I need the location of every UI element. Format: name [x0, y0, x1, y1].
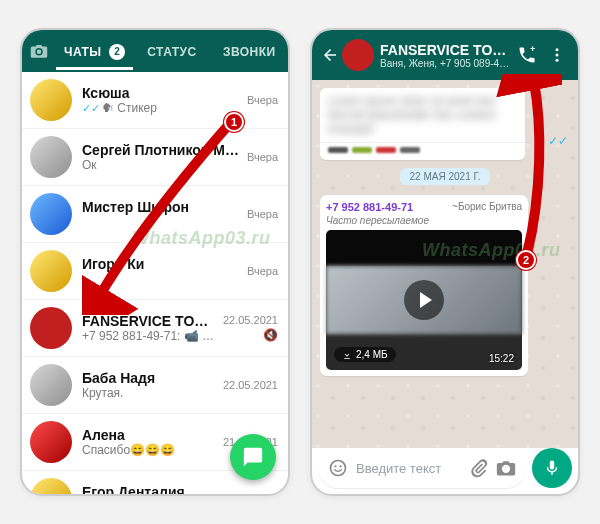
sender-number: +7 952 881-49-71 — [326, 201, 413, 213]
input-placeholder: Введите текст — [356, 461, 460, 476]
svg-point-4 — [331, 461, 346, 476]
unread-badge: 2 — [109, 44, 125, 60]
avatar — [30, 421, 72, 463]
callout-badge-2: 2 — [516, 250, 536, 270]
chat-row[interactable]: Баба Надя Крутая. 22.05.2021 — [22, 356, 288, 413]
emoji-icon[interactable] — [328, 458, 348, 478]
chat-name: Баба Надя — [82, 370, 217, 386]
phone-conversation: FANSERVICE TOMSK Ваня, Женя, +7 905 089-… — [310, 28, 580, 496]
tab-chats-label: ЧАТЫ — [64, 45, 102, 59]
chat-time: 22.05.2021 — [223, 379, 278, 391]
avatar — [30, 136, 72, 178]
callout-badge-1: 1 — [224, 112, 244, 132]
camera-attach-icon[interactable] — [496, 459, 516, 477]
chat-name: Егор Денталия — [82, 484, 272, 496]
callout-arrow-2 — [492, 74, 562, 264]
svg-text:+: + — [530, 45, 535, 54]
conversation-header: FANSERVICE TOMSK Ваня, Женя, +7 905 089-… — [312, 30, 578, 80]
message-input[interactable]: Введите текст — [318, 448, 526, 488]
mic-button[interactable] — [532, 448, 572, 488]
chat-snippet: ✓✓🗣 Стикер — [82, 101, 241, 115]
chat-snippet: Крутая. — [82, 386, 217, 400]
phone-chat-list: ЧАТЫ 2 СТАТУС ЗВОНКИ Ксюша ✓✓🗣 Стикер Вч… — [20, 28, 290, 496]
group-avatar[interactable] — [342, 39, 374, 71]
svg-point-5 — [334, 465, 336, 467]
chat-name: Алена — [82, 427, 217, 443]
camera-icon[interactable] — [22, 43, 56, 59]
svg-point-6 — [339, 465, 341, 467]
chat-name: FANSERVICE TOMSK — [82, 313, 217, 329]
muted-icon: 🔇 — [223, 328, 278, 342]
group-title: FANSERVICE TOMSK — [380, 42, 512, 58]
download-size[interactable]: 2,4 МБ — [334, 347, 396, 362]
header-title-block[interactable]: FANSERVICE TOMSK Ваня, Женя, +7 905 089-… — [380, 42, 512, 69]
chat-name: Ксюша — [82, 85, 241, 101]
chat-time: 22.05.2021 — [223, 314, 278, 326]
avatar — [30, 478, 72, 496]
attach-icon[interactable] — [468, 458, 488, 478]
group-call-icon[interactable]: + — [512, 45, 542, 65]
svg-point-2 — [556, 54, 559, 57]
avatar — [30, 193, 72, 235]
back-icon[interactable] — [318, 46, 342, 64]
tab-calls[interactable]: ЗВОНКИ — [211, 33, 288, 69]
new-chat-fab[interactable] — [230, 434, 276, 480]
svg-point-3 — [556, 59, 559, 62]
play-icon[interactable] — [404, 280, 444, 320]
menu-icon[interactable] — [542, 46, 572, 64]
avatar — [30, 79, 72, 121]
top-bar: ЧАТЫ 2 СТАТУС ЗВОНКИ — [22, 30, 288, 72]
chat-snippet: +7 952 881-49-71: 📹 Видео — [82, 329, 217, 343]
tab-chats[interactable]: ЧАТЫ 2 — [56, 32, 133, 70]
chat-body: ✓✓ Lorem ipsum dolor sit amet text blurr… — [312, 80, 578, 448]
tab-status[interactable]: СТАТУС — [133, 33, 210, 69]
input-bar: Введите текст — [318, 448, 572, 488]
group-subtitle: Ваня, Женя, +7 905 089-46-64, +... — [380, 58, 512, 69]
avatar — [30, 307, 72, 349]
avatar — [30, 250, 72, 292]
callout-arrow-1 — [82, 115, 252, 315]
avatar — [30, 364, 72, 406]
date-chip: 22 МАЯ 2021 Г. — [400, 168, 491, 185]
chat-time: Вчера — [247, 94, 278, 106]
message-time: 15:22 — [489, 353, 514, 364]
svg-point-1 — [556, 48, 559, 51]
chat-snippet: Спасибо😄😄😄 — [82, 443, 217, 457]
